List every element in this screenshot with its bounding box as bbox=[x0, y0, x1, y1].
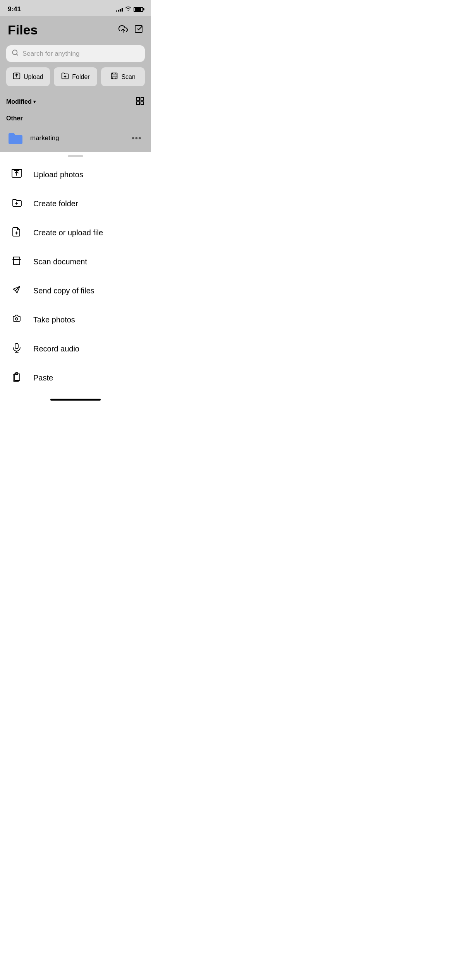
sheet-item-take-photos[interactable]: Take photos bbox=[0, 305, 151, 334]
sheet-item-label: Send copy of files bbox=[33, 286, 94, 295]
sheet-item-label: Record audio bbox=[33, 344, 79, 353]
sheet-item-paste[interactable]: Paste bbox=[0, 363, 151, 392]
create-folder-icon bbox=[11, 197, 22, 211]
svg-rect-25 bbox=[14, 257, 20, 265]
files-header: Files bbox=[0, 16, 151, 42]
sheet-item-label: Paste bbox=[33, 373, 53, 382]
sheet-item-label: Create folder bbox=[33, 199, 78, 208]
folder-action-icon bbox=[61, 72, 69, 82]
svg-rect-1 bbox=[135, 26, 142, 33]
bottom-sheet: Upload photos Create folder Create or up… bbox=[0, 152, 151, 392]
status-bar: 9:41 bbox=[0, 0, 151, 16]
search-icon bbox=[12, 49, 19, 58]
file-more-button[interactable]: ••• bbox=[129, 132, 145, 145]
create-file-icon bbox=[11, 226, 22, 240]
svg-rect-18 bbox=[141, 102, 144, 105]
signal-bars-icon bbox=[116, 7, 123, 12]
sort-button[interactable]: Modified ▾ bbox=[6, 98, 36, 105]
svg-rect-16 bbox=[141, 98, 144, 100]
sort-chevron-icon: ▾ bbox=[33, 99, 36, 105]
svg-rect-17 bbox=[137, 102, 139, 105]
search-placeholder: Search for anything bbox=[22, 50, 79, 58]
scan-document-icon bbox=[11, 255, 22, 269]
header-actions bbox=[118, 24, 143, 36]
home-bar bbox=[50, 399, 101, 401]
sheet-item-label: Scan document bbox=[33, 257, 87, 266]
sheet-item-create-folder[interactable]: Create folder bbox=[0, 189, 151, 218]
folder-action-label: Folder bbox=[72, 74, 89, 81]
upload-action-button[interactable]: Upload bbox=[6, 67, 50, 86]
folder-icon bbox=[6, 129, 25, 147]
drag-handle bbox=[68, 155, 83, 157]
sheet-item-create-file[interactable]: Create or upload file bbox=[0, 218, 151, 247]
wifi-icon bbox=[125, 6, 131, 12]
record-audio-icon bbox=[11, 342, 22, 356]
status-time: 9:41 bbox=[8, 5, 21, 13]
select-button[interactable] bbox=[134, 24, 143, 36]
upload-action-label: Upload bbox=[24, 74, 43, 81]
upload-button[interactable] bbox=[118, 24, 128, 36]
svg-point-33 bbox=[15, 318, 18, 320]
sheet-item-upload-photos[interactable]: Upload photos bbox=[0, 160, 151, 189]
sort-label: Modified ▾ bbox=[6, 98, 36, 105]
sheet-item-scan-document[interactable]: Scan document bbox=[0, 247, 151, 276]
sheet-item-label: Upload photos bbox=[33, 170, 83, 179]
file-item-marketing[interactable]: marketing ••• bbox=[0, 124, 151, 152]
sheet-item-label: Take photos bbox=[33, 315, 75, 324]
home-indicator bbox=[0, 392, 151, 404]
scan-action-button[interactable]: Scan bbox=[101, 67, 145, 86]
sort-bar: Modified ▾ bbox=[0, 93, 151, 111]
battery-icon bbox=[134, 7, 143, 12]
send-copy-icon bbox=[11, 284, 22, 298]
svg-rect-34 bbox=[15, 343, 18, 349]
upload-action-icon bbox=[13, 72, 21, 82]
sheet-item-record-audio[interactable]: Record audio bbox=[0, 334, 151, 363]
grid-view-button[interactable] bbox=[136, 96, 145, 107]
scan-action-icon bbox=[110, 72, 118, 82]
folder-action-button[interactable]: Folder bbox=[54, 67, 98, 86]
section-title: Other bbox=[6, 115, 23, 122]
file-name: marketing bbox=[30, 134, 59, 142]
upload-photos-icon bbox=[11, 168, 22, 182]
take-photos-icon bbox=[11, 313, 22, 327]
svg-rect-8 bbox=[112, 73, 117, 79]
quick-actions: Upload Folder Scan bbox=[0, 67, 151, 93]
status-icons bbox=[116, 6, 143, 12]
section-other: Other bbox=[0, 111, 151, 124]
search-container: Search for anything bbox=[0, 42, 151, 67]
sheet-item-label: Create or upload file bbox=[33, 228, 103, 237]
scan-action-label: Scan bbox=[121, 74, 135, 81]
page-title: Files bbox=[8, 22, 38, 38]
file-info: marketing bbox=[30, 134, 129, 142]
sheet-item-send-copy[interactable]: Send copy of files bbox=[0, 276, 151, 305]
svg-line-3 bbox=[16, 54, 17, 55]
search-bar[interactable]: Search for anything bbox=[6, 45, 145, 62]
svg-rect-15 bbox=[137, 98, 139, 100]
paste-icon bbox=[11, 371, 22, 385]
